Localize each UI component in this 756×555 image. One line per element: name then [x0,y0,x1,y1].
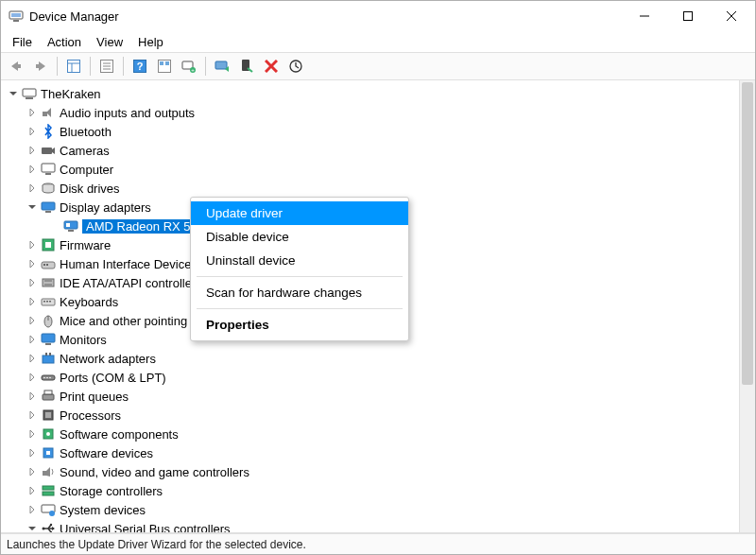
close-button[interactable] [710,1,753,31]
category-icon [41,464,56,479]
category-icon [41,313,56,328]
tree-category[interactable]: Computer [3,160,753,179]
expander-icon[interactable] [26,446,39,460]
category-icon [41,105,56,120]
show-hide-tree-button[interactable] [62,55,85,78]
tree-category-label: Firmware [60,238,111,252]
svg-rect-45 [46,264,48,266]
category-icon [41,370,56,385]
expander-icon[interactable] [26,182,39,195]
expander-icon[interactable] [26,144,39,157]
tree-category[interactable]: Network adapters [3,349,753,368]
forward-button[interactable] [29,55,52,78]
expander-icon[interactable] [26,408,39,422]
tree-root[interactable]: TheKraken [3,84,753,103]
disable-device-button[interactable] [235,55,258,78]
update-driver-button[interactable] [211,55,233,78]
category-icon [41,426,56,442]
expander-icon[interactable] [26,484,39,497]
tree-category[interactable]: Storage controllers [3,481,753,500]
expander-icon[interactable] [26,200,39,214]
context-menu-item[interactable]: Update driver [191,201,408,225]
svg-rect-55 [42,334,55,342]
menu-help[interactable]: Help [130,33,171,51]
expander-icon[interactable] [26,427,39,441]
svg-rect-29 [23,89,36,96]
context-menu-separator [197,276,403,277]
scan-button[interactable] [284,55,307,78]
svg-rect-72 [43,471,46,476]
expander-icon[interactable] [26,390,39,403]
tree-category[interactable]: Print queues [3,387,753,406]
scrollbar-vertical[interactable] [739,80,755,532]
category-icon [41,124,56,139]
device-manager-window: Device Manager File Action View Help ? +… [0,0,756,555]
expander-icon[interactable] [26,352,39,365]
svg-rect-4 [684,12,693,21]
menu-view[interactable]: View [89,33,130,51]
tree-category[interactable]: Cameras [3,141,753,160]
menubar: File Action View Help [1,31,755,52]
svg-rect-46 [43,279,54,286]
tree-category-label: Display adapters [60,200,151,215]
tree-category-label: Print queues [60,390,129,404]
svg-rect-58 [45,353,47,356]
back-button[interactable] [5,55,27,78]
help-button[interactable]: ? [129,55,151,78]
tree-category[interactable]: System devices [3,500,753,519]
expander-icon[interactable] [7,87,20,100]
svg-rect-9 [68,61,80,73]
scrollbar-thumb[interactable] [742,82,753,385]
expander-icon[interactable] [26,257,39,270]
expander-icon[interactable] [26,333,39,346]
svg-text:?: ? [137,61,144,72]
context-menu-item[interactable]: Scan for hardware changes [191,281,408,304]
expander-icon[interactable] [26,465,39,478]
tree-category[interactable]: Processors [3,406,753,425]
tree-category[interactable]: Sound, video and game controllers [3,462,753,481]
properties-button[interactable] [95,55,118,78]
menu-file[interactable]: File [5,33,40,51]
category-icon [41,483,56,498]
expander-icon[interactable] [26,371,39,384]
maximize-button[interactable] [666,1,710,31]
expander-icon[interactable] [26,503,39,516]
category-icon [41,502,56,517]
context-menu-item[interactable]: Uninstall device [191,249,408,272]
expander-icon[interactable] [26,276,39,289]
tree-category[interactable]: Audio inputs and outputs [3,103,753,122]
minimize-button[interactable] [623,1,666,31]
computer-icon [22,86,37,101]
svg-text:+: + [191,67,195,73]
menu-action[interactable]: Action [40,33,89,51]
expander-icon[interactable] [26,125,39,138]
uninstall-device-button[interactable] [260,55,283,78]
context-menu-item[interactable]: Disable device [191,225,408,249]
svg-rect-33 [42,164,55,172]
tree-category-label: Computer [60,163,113,177]
expander-icon[interactable] [26,163,39,176]
expander-icon[interactable] [26,106,39,119]
window-controls [623,1,753,31]
category-icon [41,389,56,404]
expander-icon[interactable] [26,238,39,251]
tree-category[interactable]: Bluetooth [3,122,753,141]
action-button[interactable] [153,55,176,78]
svg-rect-82 [50,531,52,533]
tree-category[interactable]: Software devices [3,443,753,462]
scan-hardware-button[interactable]: + [178,55,200,78]
context-menu-item[interactable]: Properties [191,313,408,337]
tree-category[interactable]: Software components [3,425,753,443]
expander-icon[interactable] [26,295,39,308]
tree-category-label: Audio inputs and outputs [60,106,195,120]
tree-category[interactable]: Ports (COM & LPT) [3,368,753,387]
svg-rect-19 [160,61,163,65]
expander-icon[interactable] [26,314,39,327]
category-icon [41,199,56,215]
tree-category[interactable]: Disk drives [3,179,753,198]
device-icon [63,218,78,234]
tree-category[interactable]: Universal Serial Bus controllers [3,519,753,533]
tree-category-label: Disk drives [60,182,120,196]
svg-rect-34 [45,173,51,175]
expander-icon[interactable] [26,522,39,533]
